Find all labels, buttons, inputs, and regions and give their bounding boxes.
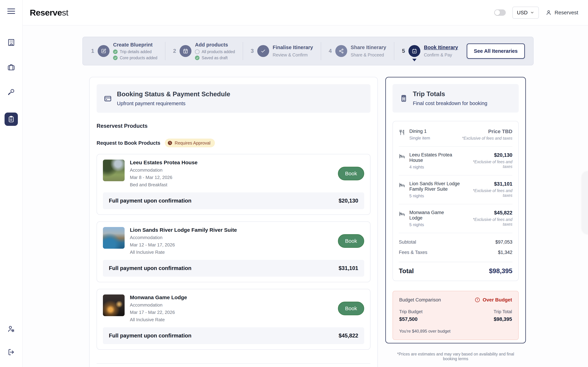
item-detail: Single item: [409, 136, 430, 141]
product-name: Lion Sands River Lodge Family River Suit…: [130, 227, 237, 233]
sidebar: [0, 0, 23, 367]
step-check-label: Saved as draft: [202, 56, 227, 60]
currency-value: USD: [517, 10, 528, 16]
main-area: Reservest USD Reservest 1: [23, 0, 588, 367]
check-circle-icon: [113, 56, 118, 60]
logout-icon: [7, 348, 15, 356]
step-number: 3: [251, 48, 254, 54]
currency-select[interactable]: USD: [512, 7, 539, 19]
step-create-blueprint[interactable]: 1 Create Blueprint Trip details added Co…: [91, 42, 157, 60]
requires-approval-badge: Requires Approval: [165, 139, 215, 147]
calendar-check-icon: [412, 48, 417, 54]
step-add-products[interactable]: 2 Add products All products added Saved …: [173, 42, 235, 60]
step-number: 5: [402, 48, 405, 54]
reservest-products-heading: Reservest Products: [97, 123, 371, 129]
trip-budget-value: $57,500: [399, 316, 423, 322]
book-button[interactable]: Book: [338, 167, 364, 180]
sidebar-nav: [5, 38, 18, 126]
hotel-icon: [7, 38, 15, 47]
step-share-itinerary[interactable]: 4 Share Itinerary Share & Proceed: [329, 45, 386, 58]
menu-icon[interactable]: [7, 7, 15, 15]
product-type: Accommodation: [130, 302, 187, 308]
user-settings-icon: [7, 325, 15, 333]
payment-row: Full payment upon confirmation $20,130: [103, 192, 364, 209]
step-subtitle: Confirm & Pay: [424, 52, 458, 58]
budget-comparison-label: Budget Comparison: [399, 297, 441, 303]
payment-row: Full payment upon confirmation $31,101: [103, 260, 364, 277]
logout-button[interactable]: [7, 348, 16, 357]
item-detail: 4 nights: [409, 165, 462, 169]
item-name: Lion Sands River Lodge Family River Suit…: [409, 181, 467, 192]
payment-amount: $20,130: [339, 198, 358, 204]
item-note: *Exclusive of fees and taxes: [466, 159, 512, 169]
item-price: $45,822: [462, 210, 512, 216]
trip-total-value: $98,395: [494, 316, 512, 322]
clipboard-icon: [8, 116, 15, 123]
booking-status-card: Booking Status & Payment Schedule Upfron…: [89, 77, 378, 367]
user-menu[interactable]: Reservest: [545, 9, 578, 16]
item-price: $20,130: [466, 152, 512, 158]
product-rate: All Inclusive Rate: [130, 250, 237, 255]
book-button[interactable]: Book: [338, 302, 364, 315]
step-finalise-itinerary[interactable]: 3 Finalise Itinerary Review & Confirm: [251, 45, 313, 58]
item-name: Dining 1: [409, 129, 430, 134]
booking-status-title: Booking Status & Payment Schedule: [117, 91, 230, 98]
sidebar-item-hotels[interactable]: [7, 38, 16, 47]
product-card: Leeu Estates Protea House Accommodation …: [97, 154, 371, 215]
booking-status-header: Booking Status & Payment Schedule Upfron…: [97, 84, 371, 113]
product-image: [103, 159, 125, 181]
logo-bold: Reserve: [30, 8, 62, 17]
empty-circle-icon: [195, 50, 199, 54]
total-value: $98,395: [489, 267, 512, 275]
trip-budget-label: Trip Budget: [399, 309, 423, 314]
chevron-down-icon: [530, 10, 534, 15]
sidebar-item-access[interactable]: [7, 88, 16, 96]
product-card: Monwana Game Lodge Accommodation Mar 17 …: [97, 289, 371, 350]
sidebar-item-itinerary[interactable]: [5, 113, 18, 126]
check-icon: [260, 48, 266, 54]
step-title: Finalise Itinerary: [273, 45, 313, 50]
trip-totals-card: Trip Totals Final cost breakdown for boo…: [385, 77, 526, 343]
subtotal-label: Subtotal: [399, 239, 416, 245]
step-subtitle: Review & Confirm: [273, 52, 313, 58]
trip-totals-list: Dining 1Single item Price TBD*Exclusive …: [392, 121, 519, 281]
step-separator: [243, 42, 243, 60]
step-subtitle: Share & Proceed: [351, 52, 386, 58]
step-separator: [321, 42, 321, 60]
step-book-itinerary[interactable]: 5 Book Itinerary Confirm & Pay: [402, 45, 458, 58]
trip-total-item: Dining 1Single item Price TBD*Exclusive …: [399, 123, 512, 147]
product-card: Lion Sands River Lodge Family River Suit…: [97, 221, 371, 282]
divider: [97, 363, 371, 364]
progress-stepper: 1 Create Blueprint Trip details added Co…: [82, 37, 534, 65]
product-dates: Mar 17 - Mar 22, 2026: [130, 310, 187, 315]
sidebar-item-trips[interactable]: [7, 63, 16, 72]
book-button[interactable]: Book: [338, 234, 364, 248]
total-label: Total: [399, 267, 414, 275]
payment-row: Full payment upon confirmation $45,822: [103, 327, 364, 344]
see-all-itineraries-button[interactable]: See All Iteneraries: [467, 43, 525, 59]
step-title: Book Itinerary: [424, 45, 458, 50]
trip-total-label: Trip Total: [494, 309, 512, 314]
item-price: Price TBD: [462, 129, 512, 134]
trip-total-item: Monwana Game Lodge5 nights $45,822*Exclu…: [399, 204, 512, 233]
active-step-caret: [412, 59, 416, 61]
step-separator: [394, 42, 394, 60]
edit-icon: [101, 48, 106, 54]
briefcase-icon: [7, 63, 15, 71]
step-number: 4: [329, 48, 332, 54]
step-title: Add products: [195, 42, 235, 48]
payment-amount: $45,822: [339, 333, 358, 339]
product-name: Monwana Game Lodge: [130, 294, 187, 300]
theme-toggle[interactable]: [494, 9, 506, 16]
item-note: *Exclusive of fees and taxes: [462, 217, 512, 227]
step-number: 1: [91, 48, 94, 54]
bed-icon: [399, 153, 405, 159]
item-note: *Exclusive of fees and taxes: [471, 188, 512, 198]
product-dates: Mar 12 - Mar 17, 2026: [130, 242, 237, 248]
sidebar-item-account-settings[interactable]: [7, 325, 16, 334]
scroll-handle[interactable]: [582, 171, 588, 234]
item-name: Monwana Game Lodge: [409, 210, 458, 221]
product-image: [103, 294, 125, 316]
step-title: Share Itinerary: [351, 45, 386, 50]
step-check-label: Core products added: [120, 56, 157, 60]
